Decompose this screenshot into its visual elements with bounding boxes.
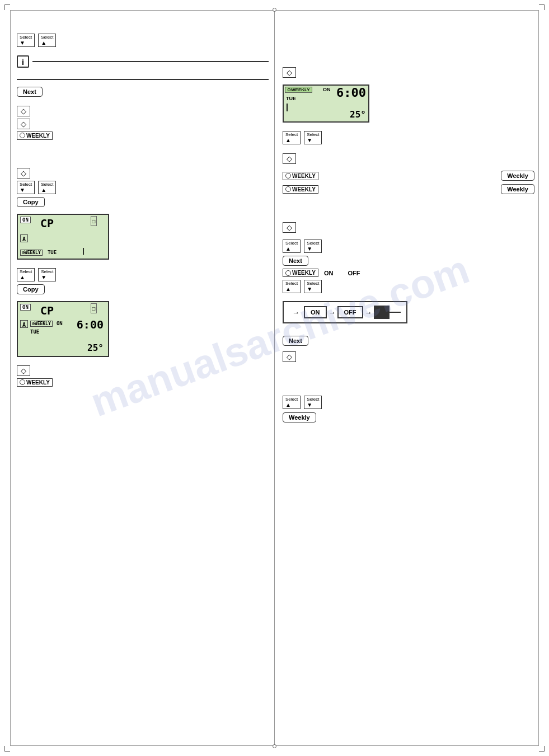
- r-select-btn-5[interactable]: Select▲: [283, 280, 301, 293]
- flow-end-line: [390, 312, 401, 313]
- r-weekly-circle-1: [285, 173, 291, 179]
- weekly-row-2: WEEKLY: [17, 378, 269, 387]
- diamond-btn-2[interactable]: ◇: [17, 119, 30, 129]
- lcd-display-2: ON CP ☐ A ⊙WEEKLY ON TUE 6:00 25°: [17, 301, 109, 357]
- select-arrow-1: ▼: [20, 40, 25, 46]
- info-icon: i: [17, 55, 29, 68]
- select-row-1: Select▼ Select▲: [17, 181, 269, 194]
- flow-diagram: → ON → OFF →: [283, 301, 407, 323]
- top-select-row: Select ▼ Select ▲: [17, 34, 269, 47]
- center-divider: [274, 10, 275, 746]
- r-select-btn-8[interactable]: Select▼: [304, 396, 322, 409]
- r-next-button-1[interactable]: Next: [283, 256, 308, 266]
- lcd2-cp-text: CP: [40, 304, 54, 317]
- select-arrow-2: ▲: [41, 40, 46, 46]
- r-diamond-btn-1[interactable]: ◇: [283, 67, 296, 78]
- r-select-btn-2[interactable]: Select▼: [304, 131, 322, 144]
- select-btn-5[interactable]: Select▲: [17, 268, 35, 281]
- r-diamond-row-3: ◇: [283, 222, 534, 233]
- info-row: i: [17, 55, 269, 68]
- left-column: Select ▼ Select ▲ i Next ◇ ◇ WEEKLY: [17, 17, 269, 393]
- select-btn-4[interactable]: Select▲: [38, 181, 56, 194]
- r-select-btn-4[interactable]: Select▼: [304, 240, 322, 253]
- corner-br: [539, 746, 545, 752]
- diamond-section-1: ◇ ◇ WEEKLY: [17, 106, 269, 140]
- select-btn-2[interactable]: Select ▲: [38, 34, 56, 47]
- r-weekly-circle-2: [285, 186, 291, 192]
- r-lcd-cursor: |: [286, 102, 288, 111]
- lcd-display-1-section: ON CP ☐ A ⊙WEEKLY TUE |: [17, 214, 269, 261]
- diamond-btn-1[interactable]: ◇: [17, 106, 30, 116]
- r-bottom-section: Select▲ Select▼ Weekly: [283, 396, 534, 422]
- flow-on-box: ON: [304, 306, 327, 318]
- border-left: [10, 10, 11, 746]
- lcd2-on-label: ON: [20, 304, 31, 311]
- center-dot-top: [273, 8, 276, 12]
- border-right: [538, 10, 539, 746]
- select-btn-1[interactable]: Select ▼: [17, 34, 35, 47]
- r-select-btn-3[interactable]: Select▲: [283, 240, 301, 253]
- r-weekly-button-row: Weekly: [283, 412, 534, 422]
- diamond-row-1: ◇: [17, 106, 269, 116]
- r-lcd-temp: 25°: [350, 109, 366, 120]
- lcd2-icon: ☐: [91, 304, 97, 312]
- select-btn-3[interactable]: Select▼: [17, 181, 35, 194]
- lcd1-icon2: A: [20, 234, 28, 243]
- lcd-display-1: ON CP ☐ A ⊙WEEKLY TUE |: [17, 214, 109, 260]
- r-select-row-3: Select▲ Select▼: [283, 280, 534, 293]
- r-diamond-section-4: ◇: [283, 351, 534, 362]
- r-off-text: OFF: [348, 270, 360, 276]
- r-weekly-button-3[interactable]: Weekly: [283, 412, 316, 422]
- copy-button-1[interactable]: Copy: [17, 197, 45, 207]
- r-lcd-section: ⊙WEEKLY ON TUE 6:00 25° |: [283, 84, 534, 124]
- right-column: ◇ ⊙WEEKLY ON TUE 6:00 25° | Select▲ Sele…: [283, 17, 534, 429]
- flow-end-box: [374, 306, 390, 319]
- r-weekly-button-2[interactable]: Weekly: [501, 184, 534, 194]
- select-btn-6[interactable]: Select▼: [38, 268, 56, 281]
- copy-button-2[interactable]: Copy: [17, 284, 45, 294]
- r-diamond-btn-2[interactable]: ◇: [283, 153, 296, 164]
- weekly-label-1: WEEKLY: [17, 132, 53, 140]
- r-diamond-btn-4[interactable]: ◇: [283, 351, 296, 362]
- select-label: Select: [20, 35, 32, 40]
- diamond-weekly-section: ◇ WEEKLY: [17, 365, 269, 387]
- r-next-button-2[interactable]: Next: [283, 336, 308, 346]
- r-diamond-row-1: ◇: [283, 67, 534, 78]
- lcd1-weekly-row: ⊙WEEKLY TUE: [20, 248, 57, 256]
- r-select-row-1: Select▲ Select▼: [283, 131, 534, 144]
- r-weekly-section: WEEKLY Weekly WEEKLY Weekly: [283, 171, 534, 194]
- r-diamond-row-4: ◇: [283, 351, 534, 362]
- flow-arrow-2: →: [329, 308, 336, 317]
- r-select-btn-7[interactable]: Select▲: [283, 396, 301, 409]
- r-lcd-display: ⊙WEEKLY ON TUE 6:00 25° |: [283, 84, 369, 123]
- flow-off-box: OFF: [337, 306, 363, 318]
- copy-row-2: Copy: [17, 284, 269, 294]
- info-line: [32, 61, 269, 62]
- r-select-btn-1[interactable]: Select▲: [283, 131, 301, 144]
- r-diamond-section-2: ◇: [283, 153, 534, 164]
- lcd-display-2-section: ON CP ☐ A ⊙WEEKLY ON TUE 6:00 25°: [17, 301, 269, 359]
- r-weekly-on-circle: [285, 270, 291, 276]
- diamond-row-4: ◇: [17, 365, 269, 376]
- divider-line: [17, 79, 269, 80]
- r-diamond-btn-3[interactable]: ◇: [283, 222, 296, 233]
- r-weekly-row-2: WEEKLY Weekly: [283, 184, 534, 194]
- diamond-btn-4[interactable]: ◇: [17, 365, 30, 376]
- weekly-circle-icon: [20, 133, 25, 138]
- select-label-2: Select: [41, 35, 53, 40]
- flow-arrow-3: →: [365, 308, 372, 317]
- weekly-row-1: WEEKLY: [17, 132, 269, 140]
- r-diamond-section-1: ◇: [283, 67, 534, 78]
- diamond-btn-3[interactable]: ◇: [17, 168, 30, 179]
- next-button-1[interactable]: Next: [17, 87, 43, 97]
- r-weekly-button-1[interactable]: Weekly: [501, 171, 534, 181]
- corner-tr: [539, 4, 545, 10]
- r-diamond-row-2: ◇: [283, 153, 534, 164]
- lcd2-time: 6:00: [77, 318, 104, 331]
- r-next-section-1: Next: [283, 256, 534, 266]
- lcd1-cursor: |: [82, 247, 86, 255]
- lcd2-day: TUE: [30, 329, 39, 335]
- select-copy-section: ◇ Select▼ Select▲ Copy: [17, 168, 269, 207]
- r-lcd-on-select: ⊙WEEKLY: [285, 87, 312, 93]
- r-select-btn-6[interactable]: Select▼: [304, 280, 322, 293]
